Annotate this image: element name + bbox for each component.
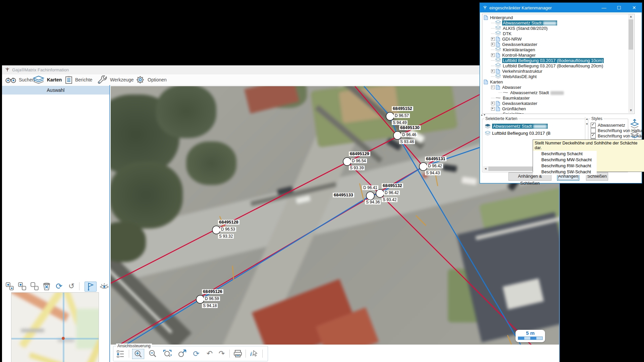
tree-item[interactable]: Baumkataster [491,95,530,101]
style-checkbox-row[interactable]: Abwassernetz [591,123,625,128]
refresh-view-button[interactable]: ⟳ [191,349,202,358]
tree-item[interactable]: DTK [491,31,512,36]
zoom-extent-button[interactable] [176,349,188,358]
folder-icon [496,37,500,42]
zoom-rectangle-button[interactable] [162,349,173,358]
layers-icon [33,76,44,84]
delete-selection-button[interactable] [42,282,52,291]
node-sole-label: S 94.43 [425,171,441,175]
expander-icon[interactable] [491,107,495,111]
tree-item-label: Grünflächen [501,106,527,111]
tree-item[interactable]: Kleinkläranlagen [491,47,536,52]
minimap-crosshair-vertical [63,293,64,362]
zoom-in-button[interactable] [132,349,144,359]
layers-icon [485,124,490,129]
tree-item[interactable]: Verkehrsinfrastruktur [491,68,543,74]
tree-item[interactable]: Grünflächen [491,106,527,111]
legend-list-button[interactable] [115,349,126,358]
select-partial-button[interactable] [17,282,27,291]
refresh-selection-button[interactable]: ⟳ [54,282,64,291]
checkbox-icon[interactable] [591,128,596,133]
tree-item[interactable]: Abwasser [491,84,522,90]
report-icon [65,76,72,84]
layers-icon [495,58,501,63]
tooltip-list-item: Beschriftung MW-Schacht [533,157,644,163]
tree-scrollbar[interactable]: ▲ ▼ [628,14,634,113]
visibility-button[interactable] [99,282,109,291]
flag-tool-button[interactable] [85,282,97,292]
redo-view-button[interactable]: ↷ [216,349,227,358]
tree-item[interactable]: Abwassernetz Stadt [498,90,565,95]
flag-icon [87,283,94,291]
layers-icon [495,47,501,52]
expander-icon[interactable] [491,69,495,73]
line-icon [503,91,508,94]
selected-map-item[interactable]: Luftbild Befliegung 03.2017 (B [485,130,582,136]
bottom-bar: Ansichtssteuerung ⟳ ↶ ↷ i [111,345,559,362]
selection-toolbar: ⟳ ↺ [2,281,109,292]
tree-item[interactable]: WebAtlasDE.light [491,74,537,79]
minimap-position-dot [62,337,65,340]
expander-icon[interactable] [491,102,495,105]
view-control-label: Ansichtssteuerung [116,344,152,348]
layers-icon [495,63,501,68]
tree-item[interactable]: GDI-NRW [491,36,522,42]
tree-guide [491,114,495,114]
tree-item[interactable]: Hintergrund [484,15,514,20]
tree-item[interactable]: Gewässerkataster [491,101,538,106]
tree-guide [498,93,502,93]
tree-guide [491,23,495,23]
selected-map-item[interactable]: Abwassernetz Stadt [485,123,582,129]
layer-move-up-button[interactable] [630,119,640,130]
splitter-grip[interactable]: ▲▼ [481,114,486,116]
menu-werkzeuge[interactable]: Werkzeuge [97,75,134,84]
style-tooltip: Stellt Nummer Deckelhöhe und Sohlhöhe de… [533,139,644,172]
expander-icon[interactable] [491,53,495,57]
tree-item[interactable]: Abwassernetz Stadt [491,20,557,25]
tree-item[interactable]: Gewässerkataster [491,42,538,47]
tree-item-label: Spielplätze [502,112,525,114]
overview-minimap[interactable] [11,292,99,362]
tree-guide [491,34,495,34]
node-depth-label: D 96.41 [362,185,378,190]
tree-item-label: Abwasser [501,85,522,90]
checkbox-icon[interactable] [591,123,596,128]
tree-item[interactable]: ALKIS (Stand:08/2020) [491,25,548,31]
tree-item[interactable]: Luftbild Befliegung 03.2017 (Bodenauflös… [491,58,604,63]
expander-icon[interactable] [491,85,495,89]
info-cursor-button[interactable]: i [248,349,260,358]
map-manager-dialog: eingeschränkter Kartenmanager — ☐ ✕ Hint… [480,3,642,183]
tree-item[interactable]: Spielplätze [491,111,525,114]
node-id-label: 68495132 [382,183,403,188]
tree-item[interactable]: Luftbild Befliegung 03.2017 (Bodenauflös… [491,63,604,68]
menu-suchen[interactable]: Suchen [5,75,35,84]
minimap-image [11,292,99,362]
tree-item[interactable]: Kontroll-Manager [491,52,536,58]
divider [79,282,79,290]
checkbox-icon[interactable] [591,133,596,138]
select-all-button[interactable] [5,282,15,291]
print-button[interactable] [232,349,244,358]
expander-icon[interactable] [491,37,495,41]
menu-optionen[interactable]: Optionen [136,75,167,84]
tree-item[interactable]: Karten [484,79,503,84]
maximize-button[interactable]: ☐ [611,3,627,12]
node-sole-label: S 93.42 [382,197,397,202]
minimize-button[interactable]: — [596,3,611,12]
deselect-all-button[interactable] [30,282,40,291]
menu-karten[interactable]: Karten [33,75,62,84]
undo-selection-button[interactable]: ↺ [66,282,76,291]
dialog-title-bar[interactable]: eingeschränkter Kartenmanager — ☐ ✕ [480,3,642,12]
line-icon [495,97,501,99]
close-button[interactable]: ✕ [627,3,642,12]
tree-item-label: Gewässerkataster [501,101,538,106]
tree-guide [491,76,495,77]
tree-item-label: Abwassernetz Stadt [509,90,565,95]
zoom-out-button[interactable] [147,349,158,358]
node-id-label: 68495129 [349,152,370,156]
tree-item-label: Baumkataster [502,96,530,101]
undo-view-button[interactable]: ↶ [204,349,215,358]
tree-item-label: Luftbild Befliegung 03.2017 (Bodenauflös… [502,58,604,63]
menu-berichte[interactable]: Berichte [65,75,92,84]
expander-icon[interactable] [491,43,495,46]
